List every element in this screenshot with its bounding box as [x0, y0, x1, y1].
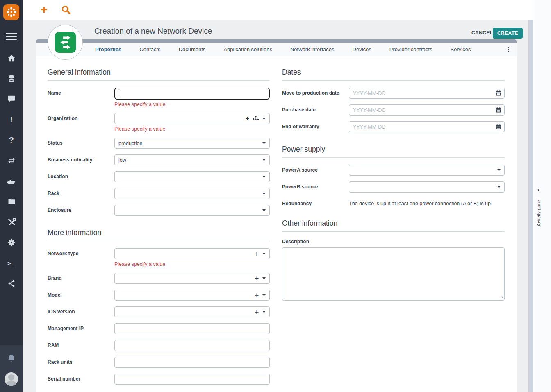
object-form-card: Properties Contacts Documents Applicatio… — [36, 39, 517, 392]
add-icon[interactable]: + — [41, 2, 48, 16]
exchange-arrows-icon[interactable] — [7, 156, 16, 165]
notifications-bell-icon[interactable] — [7, 353, 16, 365]
calendar-icon[interactable] — [496, 90, 501, 97]
field-label: Enclosure — [48, 205, 114, 213]
powerb-source-select[interactable] — [349, 181, 505, 193]
add-brand-icon[interactable]: + — [255, 275, 259, 282]
network-device-icon — [55, 32, 76, 53]
brand-select[interactable]: + — [114, 273, 270, 284]
name-input[interactable] — [114, 88, 270, 100]
field-error: Please specify a value — [114, 261, 270, 267]
field-ios-version: IOS version + — [48, 306, 270, 317]
tab-overflow-menu-icon[interactable] — [507, 46, 510, 53]
user-avatar[interactable] — [5, 372, 18, 386]
organization-select[interactable]: + — [114, 113, 270, 124]
activity-panel-label[interactable]: Activity panel — [536, 199, 541, 227]
calendar-icon[interactable] — [496, 107, 501, 114]
tab-network-interfaces[interactable]: Network interfaces — [290, 46, 335, 52]
serial-number-input[interactable] — [114, 374, 270, 385]
tab-provider-contracts[interactable]: Provider contracts — [389, 46, 433, 52]
purchase-date-input[interactable] — [349, 104, 505, 116]
field-label: Serial number — [48, 374, 114, 382]
redundancy-value: The device is up if at least one power c… — [349, 198, 505, 206]
helping-hand-icon[interactable] — [7, 176, 16, 186]
ios-version-select[interactable]: + — [114, 306, 270, 317]
tab-application-solutions[interactable]: Application solutions — [223, 46, 272, 52]
logo-glyph — [6, 7, 17, 18]
chevron-down-icon[interactable] — [262, 253, 266, 255]
right-column: Dates Move to production date — [282, 56, 505, 308]
tab-contacts[interactable]: Contacts — [139, 46, 160, 52]
model-select[interactable]: + — [114, 290, 270, 301]
cancel-button[interactable]: CANCEL — [469, 29, 495, 36]
rack-units-input[interactable] — [114, 357, 270, 368]
tools-icon[interactable] — [7, 217, 16, 227]
field-label: Network type — [48, 248, 114, 256]
chevron-down-icon — [262, 142, 266, 144]
field-error: Please specify a value — [114, 126, 270, 132]
field-label: Redundancy — [282, 198, 349, 206]
field-label: RAM — [48, 340, 114, 348]
hierarchy-icon[interactable] — [253, 116, 259, 122]
location-select[interactable] — [114, 171, 270, 182]
hamburger-menu-icon[interactable] — [6, 31, 17, 41]
calendar-icon[interactable] — [496, 124, 501, 131]
tab-properties[interactable]: Properties — [95, 46, 121, 52]
field-management-ip: Management IP — [48, 323, 270, 334]
field-status: Status production — [48, 138, 270, 149]
tab-devices[interactable]: Devices — [353, 46, 371, 52]
share-network-icon[interactable] — [7, 279, 16, 288]
terminal-icon[interactable]: >_ — [7, 258, 16, 268]
ram-input[interactable] — [114, 340, 270, 351]
field-enclosure: Enclosure — [48, 205, 270, 216]
enclosure-select[interactable] — [114, 205, 270, 216]
search-icon[interactable] — [61, 5, 71, 16]
page-title: Creation of a new Network Device — [94, 27, 212, 36]
business-criticality-select[interactable]: low — [114, 154, 270, 165]
add-model-icon[interactable]: + — [255, 292, 259, 299]
tab-documents[interactable]: Documents — [179, 46, 206, 52]
management-ip-input[interactable] — [114, 323, 270, 334]
section-title-general: General information — [48, 68, 270, 81]
description-textarea[interactable] — [282, 247, 505, 301]
network-type-select[interactable]: + — [114, 248, 270, 259]
create-button[interactable]: CREATE — [493, 28, 523, 39]
field-label: Purchase date — [282, 104, 349, 113]
home-icon[interactable] — [7, 53, 16, 63]
chat-icon[interactable] — [7, 94, 16, 104]
global-topbar: + — [23, 0, 533, 20]
expand-activity-panel-icon[interactable]: ‹ — [537, 186, 539, 193]
field-label: Rack — [48, 188, 114, 196]
add-network-type-icon[interactable]: + — [255, 251, 259, 257]
tab-services[interactable]: Services — [451, 46, 471, 52]
powera-source-select[interactable] — [349, 165, 505, 176]
itop-logo-icon[interactable] — [3, 4, 19, 20]
end-of-warranty-input[interactable] — [349, 121, 505, 132]
chevron-down-icon[interactable] — [262, 294, 266, 296]
help-question-icon[interactable]: ? — [7, 135, 16, 145]
field-move-to-production-date: Move to production date — [282, 88, 505, 99]
chevron-down-icon[interactable] — [262, 277, 266, 279]
chevron-down-icon[interactable] — [262, 311, 266, 313]
section-title-more-information: More information — [48, 229, 270, 241]
field-powerb-source: PowerB source — [282, 181, 505, 193]
status-select[interactable]: production — [114, 138, 270, 149]
database-icon[interactable] — [7, 74, 16, 84]
rack-select[interactable] — [114, 188, 270, 199]
field-label: Rack units — [48, 357, 114, 365]
sidebar-bottom — [0, 345, 23, 392]
chevron-down-icon[interactable] — [262, 118, 266, 120]
field-network-type: Network type + Please specify a value — [48, 248, 270, 267]
chevron-down-icon — [262, 209, 266, 211]
folder-icon[interactable] — [7, 197, 16, 206]
sidebar: ! ? — [0, 0, 23, 392]
gear-icon[interactable] — [7, 238, 16, 247]
field-label: Organization — [48, 113, 114, 121]
vertical-scrollbar[interactable] — [528, 20, 533, 392]
add-ios-version-icon[interactable]: + — [255, 309, 259, 315]
field-brand: Brand + — [48, 273, 270, 284]
add-organization-icon[interactable]: + — [246, 116, 249, 122]
field-label: Name — [48, 88, 114, 96]
move-to-production-date-input[interactable] — [349, 88, 505, 99]
alert-exclamation-icon[interactable]: ! — [7, 115, 16, 125]
